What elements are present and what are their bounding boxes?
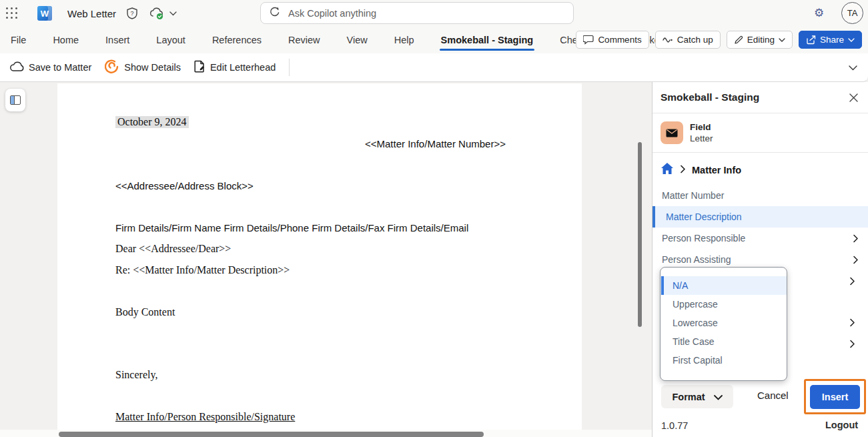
editing-mode-button[interactable]: Editing [727,31,793,49]
pencil-icon [734,35,743,45]
tab-layout[interactable]: Layout [156,32,185,48]
dropdown-option-na[interactable]: N/A [661,276,787,295]
cloud-icon [9,61,24,74]
doc-signature-field[interactable]: Matter Info/Person Responsible/Signature [115,411,295,423]
copilot-icon [269,6,280,20]
tab-view[interactable]: View [347,32,368,48]
home-icon[interactable] [661,162,674,177]
autosave-cloud-icon[interactable] [148,6,165,21]
field-type-subtitle: Letter [690,133,713,143]
doc-dear-line[interactable]: Dear <<Addressee/Dear>> [115,243,231,255]
breadcrumb[interactable]: Matter Info [653,153,868,185]
smokeball-swirl-icon [105,59,119,76]
close-icon[interactable] [849,93,859,103]
version-label: 1.0.77 [661,420,688,431]
doc-matter-number-field[interactable]: <<Matter Info/Matter Number>> [365,138,506,149]
doc-re-line[interactable]: Re: <<Matter Info/Matter Description>> [115,264,290,276]
doc-address-block-field[interactable]: <<Addressee/Address Block>> [115,180,254,191]
share-button[interactable]: Share [799,31,862,49]
content-area: October 9, 2024 <<Matter Info/Matter Num… [0,82,868,437]
svg-text:?: ? [131,10,134,17]
catch-up-label: Catch up [677,35,713,45]
format-chevron-icon [714,391,723,403]
tab-file[interactable]: File [11,32,26,48]
editing-chevron-icon [779,38,785,42]
navigation-pane-toggle-button[interactable] [5,89,25,111]
account-avatar[interactable]: TA [841,2,863,24]
comments-label: Comments [598,35,641,45]
doc-firm-details-line[interactable]: Firm Details/Firm Name Firm Details/Phon… [115,222,468,234]
vertical-scrollbar-thumb[interactable] [638,142,642,327]
save-to-matter-button[interactable]: Save to Matter [9,61,91,74]
privacy-shield-icon[interactable]: ? [125,7,139,20]
share-label: Share [820,35,844,45]
ribbon-actions: Comments Catch up Editing Share [576,31,862,49]
top-bar: W Web Letter ? ⚙ TA [0,0,868,27]
document-page[interactable]: October 9, 2024 <<Matter Info/Matter Num… [57,83,582,431]
editing-label: Editing [747,35,775,45]
document-title[interactable]: Web Letter [67,8,116,19]
panel-header: Smokeball - Staging [653,82,868,113]
insert-button[interactable]: Insert [810,385,860,409]
addin-toolbar: Save to Matter Show Details Edit Letterh… [0,53,868,82]
field-type-text: Field Letter [690,122,713,143]
settings-gear-icon[interactable]: ⚙ [814,6,824,20]
doc-body-content[interactable]: Body Content [115,306,175,318]
toolbar-collapse-chevron-icon[interactable] [849,62,857,73]
list-item-label: Matter Number [662,190,724,201]
dropdown-option-lowercase[interactable]: Lowercase [661,314,787,332]
search-input[interactable] [288,8,565,19]
toolbar-divider [289,59,290,76]
tab-insert[interactable]: Insert [105,32,129,48]
chevron-right-icon[interactable] [849,340,855,348]
copilot-search-bar[interactable] [260,2,574,24]
show-details-label: Show Details [124,62,181,73]
tab-smokeball-staging[interactable]: Smokeball - Staging [441,32,534,48]
autosave-chevron-icon[interactable] [169,11,177,16]
envelope-icon [661,121,683,144]
comment-icon [583,35,594,45]
format-button[interactable]: Format [661,385,733,408]
activity-wave-icon [663,36,673,44]
dropdown-option-first-capital[interactable]: First Capital [661,351,787,370]
share-chevron-icon [848,38,855,42]
dropdown-option-uppercase[interactable]: Uppercase [661,295,787,314]
show-details-button[interactable]: Show Details [105,59,181,76]
list-item-person-responsible[interactable]: Person Responsible [653,228,868,249]
edit-letterhead-button[interactable]: Edit Letterhead [194,60,276,75]
list-item-label: Matter Description [666,211,742,222]
field-type-title: Field [690,122,713,132]
tab-review[interactable]: Review [288,32,320,48]
list-item-label: Person Responsible [662,233,745,244]
breadcrumb-label[interactable]: Matter Info [692,165,741,175]
cancel-button[interactable]: Cancel [757,390,789,401]
word-logo-icon: W [37,6,52,21]
dropdown-option-title-case[interactable]: Title Case [661,332,787,351]
format-label: Format [672,392,705,402]
field-type-card[interactable]: Field Letter [653,113,868,153]
list-item-matter-number[interactable]: Matter Number [653,185,868,206]
ribbon-tab-row: File Home Insert Layout References Revie… [0,27,868,53]
format-dropdown-menu: N/A Uppercase Lowercase Title Case First… [660,267,787,381]
doc-date[interactable]: October 9, 2024 [115,116,189,128]
comments-button[interactable]: Comments [576,31,648,49]
tab-home[interactable]: Home [53,32,79,48]
chevron-right-icon [853,234,859,243]
share-icon [806,35,816,45]
catch-up-button[interactable]: Catch up [655,31,721,49]
avatar-initials: TA [847,8,858,18]
chevron-right-icon[interactable] [849,318,855,327]
doc-closing-line[interactable]: Sincerely, [115,369,157,381]
horizontal-scrollbar-thumb[interactable] [59,432,484,437]
tab-references[interactable]: References [212,32,262,48]
logout-button[interactable]: Logout [825,420,858,430]
panel-title: Smokeball - Staging [661,91,759,103]
list-item-matter-description[interactable]: Matter Description [653,206,868,228]
edit-document-icon [194,60,205,75]
tab-help[interactable]: Help [394,32,414,48]
breadcrumb-chevron-icon [680,164,686,176]
app-launcher-icon[interactable] [6,7,18,19]
chevron-right-icon[interactable] [849,277,855,286]
chevron-right-icon [853,256,859,264]
smokeball-task-pane: Smokeball - Staging Field Letter Matter … [652,82,868,437]
